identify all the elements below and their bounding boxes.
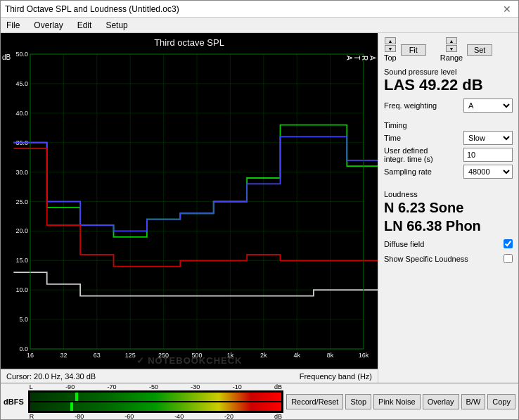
fit-control: Fit [401, 44, 426, 56]
meter-l-label: L [30, 383, 33, 390]
meter-tick-db: dB [274, 383, 282, 390]
stop-btn[interactable]: Stop [345, 394, 371, 409]
meter-rows [28, 390, 283, 413]
title-bar: Third Octave SPL and Loudness (Untitled.… [1, 1, 518, 18]
loudness-ln-value: LN 66.38 Phon [384, 217, 513, 235]
action-buttons: Record/Reset Stop Pink Noise Overlay B/W… [286, 394, 515, 409]
range-spin: ▲ ▼ [446, 37, 457, 52]
meter-tick-50: -50 [149, 383, 158, 390]
user-integr-input[interactable] [463, 148, 513, 162]
range-control: ▲ ▼ Range [440, 37, 463, 62]
top-spin: ▲ ▼ [385, 37, 396, 52]
meter-tick-60: -60 [124, 413, 134, 420]
time-row: Time Slow Fast Impulse [384, 131, 513, 145]
meter-tick-70: -70 [108, 383, 117, 390]
loudness-label: Loudness [384, 190, 513, 198]
overlay-btn[interactable]: Overlay [423, 394, 459, 409]
meter-wrapper: L -90 -70 -50 -30 -10 dB R -80 -60 [28, 383, 283, 420]
loudness-section: Loudness N 6.23 Sone LN 66.38 Phon [384, 187, 513, 235]
spl-label: Sound pressure level [384, 68, 513, 76]
menu-file[interactable]: File [4, 20, 23, 31]
pink-noise-btn[interactable]: Pink Noise [373, 394, 421, 409]
diffuse-field-checkbox[interactable] [504, 239, 513, 248]
meter-tick-80: -80 [75, 413, 84, 420]
loudness-n-value: N 6.23 Sone [384, 198, 513, 217]
top-control: ▲ ▼ Top [384, 37, 397, 62]
fit-btn[interactable]: Fit [401, 44, 426, 56]
menu-edit[interactable]: Edit [75, 20, 95, 31]
range-down-btn[interactable]: ▼ [446, 45, 457, 52]
window-title: Third Octave SPL and Loudness (Untitled.… [5, 4, 179, 14]
main-window: Third Octave SPL and Loudness (Untitled.… [0, 0, 519, 420]
diffuse-field-label: Diffuse field [384, 240, 424, 248]
copy-btn[interactable]: Copy [487, 394, 515, 409]
meter-tick-10: -10 [233, 383, 242, 390]
spl-section: Sound pressure level LAS 49.22 dB [384, 68, 513, 94]
top-down-btn[interactable]: ▼ [385, 45, 396, 52]
range-up-btn[interactable]: ▲ [446, 37, 457, 44]
freq-weighting-label: Freq. weighting [384, 101, 437, 110]
show-specific-label: Show Specific Loudness [384, 255, 468, 263]
set-control: Set [467, 44, 492, 56]
timing-label: Timing [384, 121, 513, 129]
spl-value: LAS 49.22 dB [384, 76, 513, 94]
top-range-controls: ▲ ▼ Top Fit ▲ ▼ Range Set [384, 37, 513, 62]
meter-tick-90: -90 [65, 383, 75, 390]
show-specific-checkbox[interactable] [504, 254, 513, 263]
freq-weighting-row: Freq. weighting A B C Z [384, 98, 513, 113]
record-reset-btn[interactable]: Record/Reset [286, 394, 343, 409]
chart-container: ARTA ✓ NOTEBOOKCHECK [1, 49, 378, 369]
sampling-rate-label: Sampling rate [384, 167, 432, 176]
cursor-info: Cursor: 20.0 Hz, 34.30 dB [6, 372, 96, 381]
main-area: Third octave SPL ARTA ✓ NOTEBOOKCHECK Cu… [1, 33, 518, 383]
sampling-rate-select[interactable]: 44100 48000 96000 [463, 165, 513, 179]
user-integr-row: User defined integr. time (s) [384, 146, 513, 163]
diffuse-field-row: Diffuse field [384, 239, 513, 248]
top-up-btn[interactable]: ▲ [385, 37, 396, 44]
timing-section: Timing Time Slow Fast Impulse User defin… [384, 118, 513, 180]
close-button[interactable]: ✕ [500, 4, 514, 15]
meter-tick-30: -30 [191, 383, 200, 390]
chart-canvas [1, 49, 378, 369]
meter-tick-db2: dB [274, 413, 282, 420]
menu-setup[interactable]: Setup [103, 20, 130, 31]
time-select[interactable]: Slow Fast Impulse [463, 131, 513, 145]
range-label: Range [440, 53, 463, 62]
menu-overlay[interactable]: Overlay [31, 20, 65, 31]
sidebar: ▲ ▼ Top Fit ▲ ▼ Range Set [378, 33, 518, 383]
time-label: Time [384, 134, 401, 142]
user-integr-label: User defined integr. time (s) [384, 146, 447, 163]
chart-bottom-info: Cursor: 20.0 Hz, 34.30 dB Frequency band… [1, 369, 378, 383]
set-btn[interactable]: Set [467, 44, 492, 56]
chart-area: Third octave SPL ARTA ✓ NOTEBOOKCHECK Cu… [1, 33, 378, 383]
chart-title: Third octave SPL [1, 33, 378, 49]
show-specific-row: Show Specific Loudness [384, 254, 513, 263]
meter-r-label: R [30, 413, 34, 420]
meter-tick-40: -40 [174, 413, 184, 420]
menu-bar: File Overlay Edit Setup [1, 18, 518, 33]
freq-label: Frequency band (Hz) [300, 372, 372, 381]
freq-weighting-select[interactable]: A B C Z [463, 98, 513, 113]
dbfs-label: dBFS [4, 397, 24, 406]
top-label: Top [384, 53, 397, 62]
arta-label: ARTA [345, 56, 376, 62]
bottom-bar: dBFS L -90 -70 -50 -30 -10 dB R [1, 383, 518, 419]
sampling-rate-row: Sampling rate 44100 48000 96000 [384, 165, 513, 179]
meter-tick-20: -20 [224, 413, 233, 420]
bw-btn[interactable]: B/W [461, 394, 486, 409]
